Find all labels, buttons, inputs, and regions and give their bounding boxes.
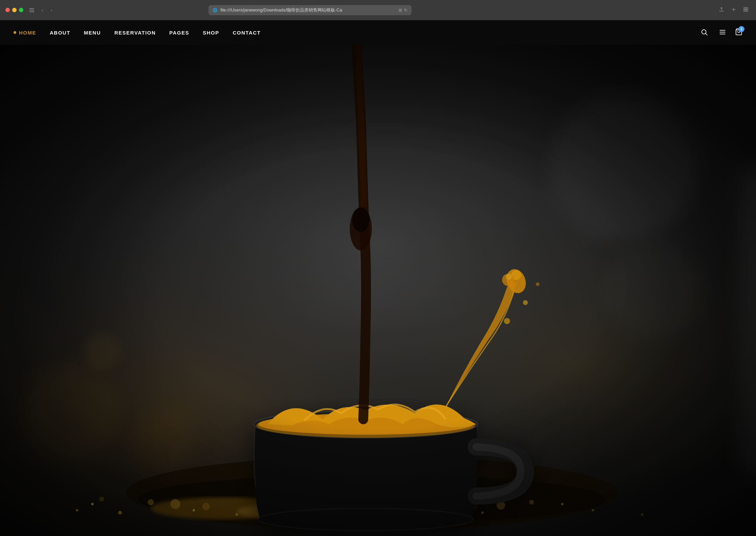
nav-label-menu: MENU [84, 30, 101, 36]
nav-label-reservation: RESERVATION [114, 30, 156, 36]
traffic-lights [5, 8, 23, 12]
minimize-button[interactable] [12, 8, 17, 12]
address-bar-actions: ⊞ ↻ [399, 8, 407, 13]
url-text: file:///Users/janewong/Downloads/咖啡饮品类销售… [220, 7, 396, 13]
coffee-scene [0, 45, 756, 536]
secure-icon: 🌐 [213, 8, 218, 13]
nav-item-home[interactable]: HOME [14, 30, 36, 36]
reload-icon[interactable]: ↻ [404, 8, 407, 13]
svg-line-5 [706, 34, 707, 35]
nav-item-contact[interactable]: CONTACT [233, 30, 261, 36]
nav-label-about: ABOUT [50, 30, 70, 36]
nav-label-contact: CONTACT [233, 30, 261, 36]
svg-rect-3 [746, 10, 748, 12]
new-tab-button[interactable] [729, 5, 738, 15]
nav-items: HOME ABOUT MENU RESERVATION PAGES SHOP C… [14, 30, 698, 36]
hamburger-icon [719, 28, 726, 37]
nav-label-pages: PAGES [169, 30, 189, 36]
close-button[interactable] [5, 8, 10, 12]
forward-button[interactable]: › [49, 6, 54, 14]
nav-item-about[interactable]: ABOUT [50, 30, 70, 36]
cart-count-badge: 3 [738, 26, 744, 32]
reader-mode-icon[interactable]: ⊞ [399, 8, 402, 13]
nav-item-menu[interactable]: MENU [84, 30, 101, 36]
svg-rect-56 [0, 45, 756, 536]
svg-rect-1 [746, 7, 748, 9]
cart-button[interactable]: 3 [735, 28, 742, 37]
extensions-button[interactable] [741, 5, 751, 15]
search-button[interactable] [698, 26, 710, 39]
active-indicator [14, 31, 16, 34]
share-button[interactable] [717, 5, 726, 15]
sidebar-toggle-button[interactable] [27, 6, 36, 14]
svg-point-4 [702, 29, 706, 34]
svg-rect-2 [744, 10, 746, 12]
back-button[interactable]: ‹ [40, 6, 45, 14]
nav-right: 3 [698, 26, 742, 39]
nav-label-home: HOME [19, 30, 36, 36]
site-navbar: HOME ABOUT MENU RESERVATION PAGES SHOP C… [0, 20, 756, 45]
nav-item-pages[interactable]: PAGES [169, 30, 189, 36]
address-bar[interactable]: 🌐 file:///Users/janewong/Downloads/咖啡饮品类… [208, 5, 412, 15]
browser-chrome: ‹ › 🌐 file:///Users/janewong/Downloads/咖… [0, 0, 756, 20]
nav-item-shop[interactable]: SHOP [203, 30, 219, 36]
browser-right-actions [717, 5, 751, 15]
search-icon [701, 28, 708, 37]
nav-label-shop: SHOP [203, 30, 219, 36]
hero-section [0, 45, 756, 536]
hamburger-menu-button[interactable] [717, 26, 728, 39]
maximize-button[interactable] [19, 8, 23, 12]
svg-rect-0 [744, 7, 746, 9]
browser-toolbar: ‹ › 🌐 file:///Users/janewong/Downloads/咖… [27, 5, 751, 15]
nav-item-reservation[interactable]: RESERVATION [114, 30, 156, 36]
